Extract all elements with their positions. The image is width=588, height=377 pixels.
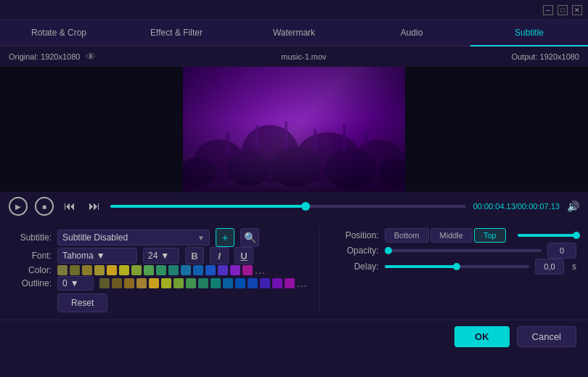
tab-rotate-crop[interactable]: Rotate & Crop (0, 20, 118, 46)
left-controls: Subtitle: Subtitle Disabled ▼ + 🔍 Font: … (12, 228, 308, 312)
color-swatch-13[interactable] (218, 265, 228, 275)
maximize-button[interactable]: □ (558, 5, 568, 15)
position-bottom-button[interactable]: Bottom (385, 228, 429, 243)
color-swatch-9[interactable] (168, 265, 179, 275)
progress-fill (110, 205, 306, 208)
font-label: Font: (12, 251, 52, 261)
color-swatch-8[interactable] (156, 265, 166, 275)
outline-swatch-14[interactable] (272, 278, 282, 288)
outline-swatch-3[interactable] (136, 278, 147, 288)
svg-rect-9 (226, 132, 229, 154)
outline-swatch-13[interactable] (260, 278, 270, 288)
stop-button[interactable]: ■ (35, 197, 54, 216)
color-swatch-14[interactable] (230, 265, 240, 275)
outline-swatch-15[interactable] (285, 278, 295, 288)
font-size-dropdown[interactable]: 24 ▼ (143, 248, 179, 264)
font-size-value: 24 (148, 251, 158, 261)
outline-dropdown-arrow-icon: ▼ (70, 278, 79, 288)
eye-icon[interactable]: 👁 (86, 51, 96, 62)
ok-button[interactable]: OK (454, 326, 510, 347)
outline-swatch-1[interactable] (112, 278, 122, 288)
position-top-button[interactable]: Top (474, 228, 506, 243)
reset-button[interactable]: Reset (57, 293, 107, 312)
next-button[interactable]: ⏭ (86, 198, 103, 215)
outline-swatch-2[interactable] (124, 278, 134, 288)
tab-watermark[interactable]: Watermark (235, 20, 353, 46)
dropdown-arrow-icon: ▼ (197, 234, 205, 242)
tab-effect-filter[interactable]: Effect & Filter (118, 20, 235, 46)
svg-rect-10 (256, 125, 258, 150)
close-button[interactable]: ✕ (572, 5, 582, 15)
color-swatch-4[interactable] (107, 265, 117, 275)
outline-swatch-11[interactable] (235, 278, 245, 288)
color-swatch-11[interactable] (193, 265, 203, 275)
color-label: Color: (12, 265, 52, 275)
italic-button[interactable]: I (210, 247, 229, 264)
cancel-button[interactable]: Cancel (517, 326, 576, 347)
color-swatch-2[interactable] (82, 265, 92, 275)
outline-swatch-6[interactable] (173, 278, 184, 288)
minimize-button[interactable]: ─ (543, 5, 553, 15)
color-swatch-5[interactable] (119, 265, 129, 275)
svg-point-5 (226, 150, 270, 187)
color-swatch-12[interactable] (205, 265, 216, 275)
controls-inner: Subtitle: Subtitle Disabled ▼ + 🔍 Font: … (12, 228, 576, 312)
position-buttons: Bottom Middle Top (385, 228, 506, 243)
window-controls: ─ □ ✕ (543, 5, 582, 15)
playback-bar: ▶ ■ ⏮ ⏭ 00:00:04.13/00:00:07.13 🔊 (0, 192, 588, 221)
position-middle-button[interactable]: Middle (430, 228, 473, 243)
outline-swatch-9[interactable] (211, 278, 221, 288)
svg-point-7 (324, 148, 375, 189)
outline-swatch-12[interactable] (248, 278, 258, 288)
add-subtitle-button[interactable]: + (216, 228, 234, 247)
volume-icon[interactable]: 🔊 (567, 200, 579, 212)
opacity-row: Opacity: 0 (332, 243, 576, 259)
outline-swatch-4[interactable] (149, 278, 159, 288)
progress-handle[interactable] (301, 202, 310, 211)
position-slider[interactable] (518, 234, 576, 237)
prev-button[interactable]: ⏮ (61, 198, 78, 215)
svg-rect-13 (343, 123, 346, 151)
color-swatch-3[interactable] (94, 265, 105, 275)
outline-label: Outline: (12, 278, 52, 288)
search-subtitle-button[interactable]: 🔍 (240, 228, 259, 247)
color-swatch-1[interactable] (70, 265, 80, 275)
font-row: Font: Tahoma ▼ 24 ▼ B I U (12, 247, 308, 264)
opacity-value[interactable]: 0 (547, 243, 576, 259)
play-button[interactable]: ▶ (9, 197, 28, 216)
opacity-slider[interactable] (385, 249, 542, 252)
outline-swatch-0[interactable] (99, 278, 110, 288)
color-swatch-6[interactable] (131, 265, 142, 275)
outline-swatch-5[interactable] (161, 278, 171, 288)
crowd-svg (183, 67, 405, 192)
svg-rect-12 (314, 129, 317, 150)
bold-button[interactable]: B (185, 247, 204, 264)
color-swatch-10[interactable] (181, 265, 191, 275)
font-family-dropdown[interactable]: Tahoma ▼ (57, 248, 137, 264)
outline-swatch-7[interactable] (186, 278, 196, 288)
outline-swatches: ... (99, 277, 308, 289)
subtitle-label: Subtitle: (12, 232, 52, 243)
color-row: Color: (12, 264, 308, 276)
progress-bar[interactable] (110, 205, 466, 208)
delay-value[interactable]: 0,0 (535, 259, 564, 275)
outline-swatch-10[interactable] (223, 278, 233, 288)
color-swatches: ... (57, 264, 266, 276)
underline-button[interactable]: U (234, 247, 253, 264)
delay-row: Delay: 0,0 s (332, 259, 576, 275)
color-swatch-15[interactable] (242, 265, 253, 275)
delay-slider[interactable] (385, 265, 529, 268)
svg-rect-14 (364, 131, 367, 151)
color-more-button[interactable]: ... (255, 264, 266, 276)
outline-more-button[interactable]: ... (297, 277, 308, 289)
output-resolution: Output: 1920x1080 (511, 52, 579, 61)
color-swatch-0[interactable] (57, 265, 68, 275)
subtitle-dropdown[interactable]: Subtitle Disabled ▼ (57, 230, 210, 246)
outline-value[interactable]: 0 ▼ (57, 276, 94, 291)
color-swatch-7[interactable] (144, 265, 154, 275)
filename-label: music-1.mov (281, 52, 326, 61)
outline-swatch-8[interactable] (198, 278, 208, 288)
tab-subtitle[interactable]: Subtitle (470, 20, 588, 46)
tab-audio[interactable]: Audio (353, 20, 470, 46)
header-left: Original: 1920x1080 👁 (9, 51, 96, 62)
